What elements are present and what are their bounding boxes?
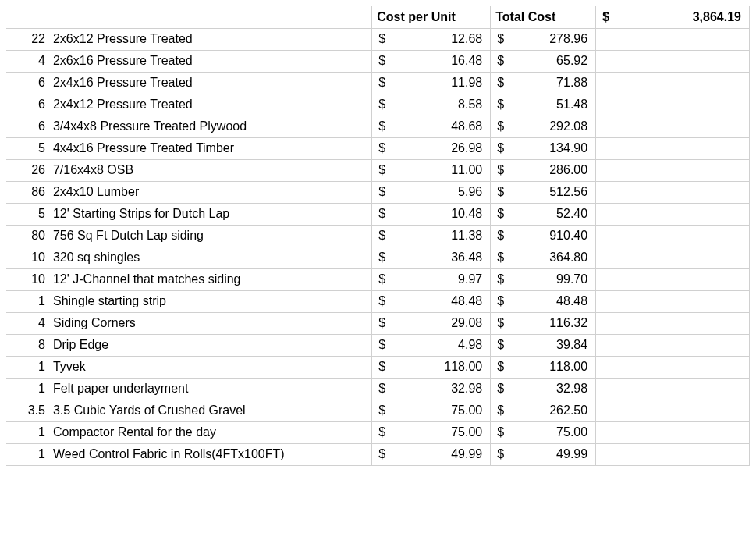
total-cost-value: 364.80 [495, 251, 591, 265]
currency-symbol: $ [378, 338, 385, 352]
total-cost-cell: $286.00 [491, 159, 596, 181]
currency-symbol: $ [497, 360, 504, 374]
qty-cell: 22 [6, 28, 48, 50]
unit-cost-cell: $36.48 [372, 247, 491, 268]
empty-cell [596, 378, 750, 400]
table-row: 512' Starting Strips for Dutch Lap$10.48… [6, 203, 750, 225]
unit-cost-value: 4.98 [377, 338, 485, 352]
unit-cost-cell: $4.98 [372, 334, 491, 356]
qty-cell: 26 [6, 159, 48, 181]
empty-cell [596, 225, 750, 247]
table-row: 267/16x4x8 OSB$11.00$286.00 [6, 159, 750, 181]
empty-cell [596, 203, 750, 225]
qty-cell: 3.5 [6, 400, 48, 421]
unit-cost-cell: $29.08 [372, 312, 491, 334]
empty-cell [596, 28, 750, 50]
header-desc [48, 6, 372, 28]
unit-cost-value: 16.48 [377, 54, 485, 68]
total-cost-cell: $49.99 [491, 443, 596, 465]
total-cost-cell: $134.90 [491, 137, 596, 159]
empty-cell [596, 50, 750, 72]
empty-cell [596, 72, 750, 94]
unit-cost-cell: $11.38 [372, 225, 491, 247]
qty-cell: 6 [6, 94, 48, 116]
currency-symbol: $ [378, 360, 385, 374]
qty-cell: 4 [6, 50, 48, 72]
unit-cost-value: 11.00 [377, 163, 485, 177]
empty-cell [596, 159, 750, 181]
qty-cell: 1 [6, 290, 48, 312]
header-row: Cost per Unit Total Cost $ 3,864.19 [6, 6, 750, 28]
unit-cost-cell: $75.00 [372, 400, 491, 421]
unit-cost-value: 8.58 [377, 98, 485, 112]
description-cell: 3.5 Cubic Yards of Crushed Gravel [48, 400, 372, 421]
description-cell: 2x4x16 Pressure Treated [48, 72, 372, 94]
currency-symbol: $ [378, 272, 385, 286]
description-cell: 320 sq shingles [48, 247, 372, 268]
currency-symbol: $ [497, 294, 504, 308]
description-cell: 7/16x4x8 OSB [48, 159, 372, 181]
currency-symbol: $ [497, 185, 504, 199]
currency-symbol: $ [497, 32, 504, 46]
currency-symbol: $ [497, 163, 504, 177]
unit-cost-value: 26.98 [377, 141, 485, 155]
unit-cost-cell: $48.48 [372, 290, 491, 312]
unit-cost-cell: $11.00 [372, 159, 491, 181]
qty-cell: 6 [6, 116, 48, 137]
unit-cost-value: 12.68 [377, 32, 485, 46]
table-row: 10320 sq shingles$36.48$364.80 [6, 247, 750, 268]
currency-symbol: $ [378, 229, 385, 243]
total-cost-cell: $116.32 [491, 312, 596, 334]
unit-cost-value: 118.00 [377, 360, 485, 374]
currency-symbol: $ [378, 185, 385, 199]
unit-cost-cell: $5.96 [372, 181, 491, 203]
total-cost-cell: $51.48 [491, 94, 596, 116]
currency-symbol: $ [497, 403, 504, 418]
total-cost-cell: $292.08 [491, 116, 596, 137]
qty-cell: 8 [6, 334, 48, 356]
total-cost-cell: $118.00 [491, 356, 596, 378]
table-row: 42x6x16 Pressure Treated$16.48$65.92 [6, 50, 750, 72]
table-row: 80756 Sq Ft Dutch Lap siding$11.38$910.4… [6, 225, 750, 247]
table-row: 1Compactor Rental for the day$75.00$75.0… [6, 421, 750, 443]
grand-total-value: 3,864.19 [601, 10, 744, 24]
table-row: 8Drip Edge$4.98$39.84 [6, 334, 750, 356]
empty-cell [596, 443, 750, 465]
total-cost-value: 75.00 [495, 425, 591, 439]
total-cost-cell: $32.98 [491, 378, 596, 400]
currency-symbol: $ [378, 76, 385, 90]
total-cost-value: 278.96 [495, 32, 591, 46]
table-row: 1Felt paper underlayment$32.98$32.98 [6, 378, 750, 400]
qty-cell: 10 [6, 268, 48, 290]
total-cost-value: 134.90 [495, 141, 591, 155]
description-cell: Felt paper underlayment [48, 378, 372, 400]
currency-symbol: $ [497, 425, 504, 439]
qty-cell: 5 [6, 203, 48, 225]
table-row: 4Siding Corners$29.08$116.32 [6, 312, 750, 334]
currency-symbol: $ [378, 382, 385, 396]
total-cost-cell: $278.96 [491, 28, 596, 50]
currency-symbol: $ [378, 251, 385, 265]
currency-symbol: $ [497, 338, 504, 352]
description-cell: 12' Starting Strips for Dutch Lap [48, 203, 372, 225]
header-cost-per-unit: Cost per Unit [372, 6, 491, 28]
currency-symbol: $ [497, 207, 504, 221]
total-cost-value: 48.48 [495, 294, 591, 308]
unit-cost-cell: $48.68 [372, 116, 491, 137]
total-cost-cell: $910.40 [491, 225, 596, 247]
table-row: 3.53.5 Cubic Yards of Crushed Gravel$75.… [6, 400, 750, 421]
currency-symbol: $ [378, 163, 385, 177]
description-cell: 2x6x12 Pressure Treated [48, 28, 372, 50]
currency-symbol: $ [378, 119, 385, 133]
unit-cost-cell: $9.97 [372, 268, 491, 290]
qty-cell: 5 [6, 137, 48, 159]
empty-cell [596, 268, 750, 290]
grand-total-cell: $ 3,864.19 [596, 6, 750, 28]
unit-cost-value: 48.48 [377, 294, 485, 308]
total-cost-value: 118.00 [495, 360, 591, 374]
description-cell: Compactor Rental for the day [48, 421, 372, 443]
empty-cell [596, 421, 750, 443]
qty-cell: 1 [6, 421, 48, 443]
currency-symbol: $ [497, 251, 504, 265]
unit-cost-cell: $26.98 [372, 137, 491, 159]
